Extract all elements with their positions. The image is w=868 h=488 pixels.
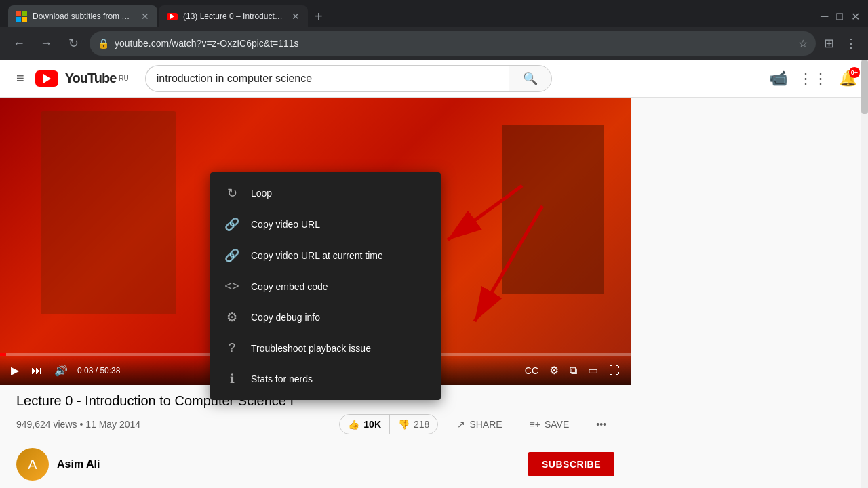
youtube-page: ≡ YouTubeRU 🔍 📹 ⋮⋮ 🔔: [0, 60, 868, 488]
time-display: 0:03 / 50:38: [77, 366, 120, 375]
theater-button[interactable]: ▭: [585, 361, 601, 380]
video-actions: 👍 10K 👎 218 ↗ SHARE: [339, 414, 614, 434]
copy-url-label: Copy video URL: [251, 219, 320, 230]
new-tab-button[interactable]: +: [309, 5, 328, 27]
copy-embed-menu-item[interactable]: <> Copy embed code: [210, 271, 441, 302]
copy-url-time-menu-item[interactable]: 🔗 Copy video URL at current time: [210, 240, 441, 271]
dislike-button[interactable]: 👎 218: [390, 415, 437, 434]
close-window-button[interactable]: ✕: [851, 10, 860, 23]
video-player[interactable]: >> [MUSIC PLAYING] ↻ Loop 🔗 Copy video U…: [0, 98, 631, 385]
maximize-button[interactable]: □: [836, 10, 843, 22]
loop-icon: ↻: [224, 186, 240, 201]
tab2-close-button[interactable]: ✕: [292, 11, 300, 22]
play-button[interactable]: ▶: [8, 361, 22, 380]
forward-button[interactable]: →: [35, 33, 57, 54]
question-icon: ?: [224, 341, 240, 355]
youtube-play-icon: [170, 14, 174, 19]
youtube-logo-text: YouTube: [65, 70, 117, 86]
stats-label: Stats for nerds: [251, 373, 313, 384]
next-button[interactable]: ⏭: [28, 362, 45, 380]
browser-window: Download subtitles from YouTub ✕ (13) Le…: [0, 0, 868, 488]
share-icon: ↗: [457, 419, 465, 430]
youtube-logo-image: YouTubeRU: [35, 70, 129, 87]
tab2-favicon: [167, 11, 178, 22]
browser-tabs: Download subtitles from YouTub ✕ (13) Le…: [8, 5, 815, 27]
notification-badge: 0+: [849, 67, 860, 78]
copy-debug-label: Copy debug info: [251, 312, 320, 323]
troubleshoot-label: Troubleshoot playback issue: [251, 343, 371, 354]
notifications-icon[interactable]: 🔔 0+: [839, 70, 857, 87]
tab1-close-button[interactable]: ✕: [141, 11, 149, 22]
browser-titlebar: Download subtitles from YouTub ✕ (13) Le…: [0, 0, 868, 27]
total-time: 50:38: [100, 366, 120, 375]
info-icon: ℹ: [224, 371, 240, 386]
debug-icon: ⚙: [224, 310, 240, 325]
address-text: youtube.com/watch?v=z-OxzIC6pic&t=111s: [115, 38, 793, 49]
hamburger-menu-icon[interactable]: ≡: [11, 65, 30, 92]
save-icon: ≡+: [530, 419, 540, 430]
subtitles-button[interactable]: CC: [522, 363, 541, 379]
volume-button[interactable]: 🔊: [52, 361, 71, 380]
context-menu: ↻ Loop 🔗 Copy video URL 🔗 Copy video URL…: [210, 172, 441, 400]
share-button[interactable]: ↗ SHARE: [449, 415, 510, 434]
search-icon: 🔍: [523, 71, 538, 86]
loop-menu-item[interactable]: ↻ Loop: [210, 178, 441, 209]
view-count: 949,624 views • 11 May 2014: [16, 419, 140, 430]
like-button[interactable]: 👍 10K: [340, 415, 390, 434]
search-button[interactable]: 🔍: [509, 65, 552, 92]
save-label: SAVE: [545, 419, 569, 430]
stats-menu-item[interactable]: ℹ Stats for nerds: [210, 363, 441, 394]
share-label: SHARE: [469, 419, 502, 430]
miniplayer-button[interactable]: ⧉: [567, 362, 580, 380]
extensions-icon[interactable]: ⊞: [821, 33, 837, 54]
settings-button[interactable]: ⚙: [547, 361, 561, 380]
main-content: >> [MUSIC PLAYING] ↻ Loop 🔗 Copy video U…: [0, 98, 868, 486]
fullscreen-button[interactable]: ⛶: [606, 362, 623, 380]
search-input[interactable]: [145, 65, 509, 92]
create-video-icon[interactable]: 📹: [769, 70, 787, 87]
scrollbar-thumb[interactable]: [861, 60, 868, 114]
more-dots-icon: •••: [596, 419, 606, 430]
right-controls: CC ⚙ ⧉ ▭ ⛶: [522, 361, 623, 380]
views-text: 949,624 views: [16, 419, 77, 430]
copy-url-time-label: Copy video URL at current time: [251, 250, 383, 261]
date-separator: •: [79, 419, 85, 430]
avatar-letter: A: [28, 457, 37, 472]
channel-name[interactable]: Asim Ali: [57, 458, 100, 470]
tab1-favicon: [16, 11, 27, 22]
arch-detail-right: [502, 125, 604, 294]
browser-tab-1[interactable]: Download subtitles from YouTub ✕: [8, 5, 157, 27]
like-group: 👍 10K 👎 218: [339, 414, 438, 434]
copy-url-menu-item[interactable]: 🔗 Copy video URL: [210, 209, 441, 240]
more-actions-button[interactable]: •••: [588, 415, 614, 434]
bookmark-star-icon[interactable]: ☆: [798, 37, 808, 50]
back-button[interactable]: ←: [8, 33, 30, 54]
minimize-button[interactable]: ─: [821, 10, 828, 22]
google-apps-icon[interactable]: ⋮⋮: [798, 70, 828, 87]
copy-debug-menu-item[interactable]: ⚙ Copy debug info: [210, 302, 441, 333]
refresh-button[interactable]: ↻: [62, 33, 84, 54]
like-count: 10K: [363, 419, 381, 430]
progress-fill: [0, 353, 6, 356]
save-button[interactable]: ≡+ SAVE: [521, 415, 578, 434]
code-icon: <>: [224, 279, 240, 293]
browser-navbar: ← → ↻ 🔒 youtube.com/watch?v=z-OxzIC6pic&…: [0, 27, 868, 60]
loop-label: Loop: [251, 188, 272, 199]
page-scrollbar[interactable]: [861, 60, 868, 488]
tab1-title: Download subtitles from YouTub: [33, 12, 133, 21]
troubleshoot-menu-item[interactable]: ? Troubleshoot playback issue: [210, 333, 441, 363]
youtube-header: ≡ YouTubeRU 🔍 📹 ⋮⋮ 🔔: [0, 60, 868, 98]
header-actions: 📹 ⋮⋮ 🔔 0+: [769, 70, 857, 87]
channel-avatar[interactable]: A: [16, 448, 49, 481]
youtube-logo[interactable]: YouTubeRU: [35, 70, 129, 87]
current-time: 0:03: [77, 366, 93, 375]
publish-date: 11 May 2014: [85, 419, 140, 430]
browser-menu-icon[interactable]: ⋮: [842, 33, 860, 54]
browser-tab-2[interactable]: (13) Lecture 0 – Introduction to C ✕: [159, 5, 308, 27]
youtube-logo-icon: [35, 70, 58, 87]
address-bar[interactable]: 🔒 youtube.com/watch?v=z-OxzIC6pic&t=111s…: [90, 31, 816, 56]
dislike-count: 218: [414, 419, 429, 430]
subscribe-button[interactable]: SUBSCRIBE: [528, 452, 614, 476]
search-bar[interactable]: 🔍: [145, 65, 552, 92]
thumbs-down-icon: 👎: [398, 419, 410, 430]
